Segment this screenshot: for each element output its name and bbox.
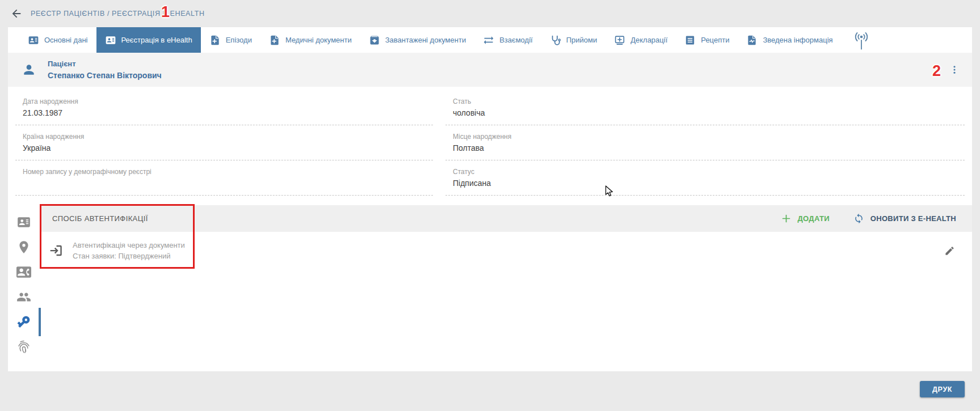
note-add-icon bbox=[269, 35, 280, 46]
tab-ehealth-registration[interactable]: Реєстрація в eHealth bbox=[96, 27, 201, 53]
auth-method-status: Стан заявки: Підтверджений bbox=[73, 252, 185, 260]
field-sex: Стать чоловіча bbox=[445, 90, 965, 125]
sidebar-item-biometrics[interactable] bbox=[8, 334, 40, 359]
refresh-icon bbox=[853, 213, 864, 224]
people-icon bbox=[16, 290, 31, 304]
plus-icon bbox=[781, 213, 792, 224]
swap-arrows-icon bbox=[483, 35, 494, 46]
sidebar-item-authentication[interactable] bbox=[8, 310, 40, 334]
field-status: Статус Підписана bbox=[445, 160, 965, 196]
field-value: 21.03.1987 bbox=[23, 108, 433, 118]
tab-bar: Основні дані Реєстрація в eHealth Епізод… bbox=[8, 27, 972, 53]
location-pin-icon bbox=[16, 240, 31, 255]
patient-role-label: Пацієнт bbox=[48, 60, 162, 68]
field-label: Статус bbox=[453, 168, 965, 176]
annotation-marker-2: 2 bbox=[932, 63, 941, 79]
sidebar-item-id-card[interactable] bbox=[8, 210, 40, 235]
tab-label: Рецепти bbox=[701, 36, 729, 44]
patient-info: Пацієнт Степанко Степан Вікторович bbox=[48, 60, 162, 80]
download-tray-icon bbox=[369, 35, 380, 46]
auth-section-header: СПОСІБ АВТЕНТИФІКАЦІЇ ДОДАТИ ОНОВИТИ З E… bbox=[40, 205, 972, 232]
annotation-marker-1: 1 bbox=[161, 5, 170, 20]
tab-uploaded-documents[interactable]: Завантажені документи bbox=[360, 27, 474, 53]
auth-section: СПОСІБ АВТЕНТИФІКАЦІЇ ДОДАТИ ОНОВИТИ З E… bbox=[8, 205, 972, 371]
breadcrumb-bar: РЕЄСТР ПАЦІЄНТІВ / РЕЄСТРАЦІЯ В EHEALTH bbox=[0, 0, 980, 27]
tab-interactions[interactable]: Взаємодії bbox=[474, 27, 541, 53]
field-label: Місце народження bbox=[453, 133, 965, 141]
tab-main-data[interactable]: Основні дані bbox=[19, 27, 96, 53]
person-icon bbox=[22, 62, 36, 77]
patient-header: Пацієнт Степанко Степан Вікторович bbox=[8, 53, 972, 87]
field-demographic-registry-number: Номер запису у демографічному реєстрі bbox=[15, 160, 433, 196]
mouse-cursor bbox=[605, 185, 615, 198]
sidebar-item-relatives[interactable] bbox=[8, 285, 40, 310]
tab-label: Декларації bbox=[630, 36, 667, 44]
tab-declarations[interactable]: Декларації bbox=[605, 27, 676, 53]
contact-phone-icon bbox=[16, 265, 31, 279]
login-icon bbox=[49, 243, 64, 258]
field-birth-place: Місце народження Полтава bbox=[445, 125, 965, 160]
field-value bbox=[23, 179, 433, 188]
back-arrow-icon[interactable] bbox=[10, 7, 23, 20]
auth-actions: ДОДАТИ ОНОВИТИ З E-HEALTH bbox=[781, 213, 956, 224]
tab-medical-documents[interactable]: Медичні документи bbox=[260, 27, 360, 53]
field-value: Підписана bbox=[453, 179, 965, 188]
field-label: Стать bbox=[453, 98, 965, 105]
edit-pencil-icon[interactable] bbox=[944, 245, 955, 256]
auth-section-title: СПОСІБ АВТЕНТИФІКАЦІЇ bbox=[52, 214, 148, 223]
tab-label: Завантажені документи bbox=[385, 36, 466, 44]
tab-label: Реєстрація в eHealth bbox=[121, 36, 192, 44]
auth-method-title: Автентифікація через документи bbox=[73, 241, 185, 249]
refresh-button-label: ОНОВИТИ З E-HEALTH bbox=[870, 214, 956, 223]
add-button-label: ДОДАТИ bbox=[798, 214, 830, 223]
tab-episodes[interactable]: Епізоди bbox=[201, 27, 260, 53]
field-value: Полтава bbox=[453, 143, 965, 153]
tab-label: Медичні документи bbox=[285, 36, 352, 44]
note-add-icon bbox=[209, 35, 221, 46]
field-value: Україна bbox=[23, 143, 433, 153]
field-value: чоловіча bbox=[453, 108, 965, 118]
tab-prescriptions[interactable]: Рецепти bbox=[676, 27, 738, 53]
contact-card-icon bbox=[28, 35, 39, 46]
field-label: Країна народження bbox=[23, 133, 433, 141]
section-sidebar bbox=[8, 205, 40, 371]
key-icon bbox=[16, 315, 31, 329]
patient-name: Степанко Степан Вікторович bbox=[48, 71, 162, 80]
tab-summary-info[interactable]: Зведена інформація bbox=[738, 27, 841, 53]
field-birth-country: Країна народження Україна bbox=[15, 125, 433, 160]
auth-method-row: Автентифікація через документи Стан заяв… bbox=[40, 232, 972, 260]
field-label: Номер запису у демографічному реєстрі bbox=[23, 168, 433, 176]
patient-details: Дата народження 21.03.1987 Стать чоловіч… bbox=[8, 87, 972, 205]
field-label: Дата народження bbox=[23, 98, 433, 105]
device-plus-icon bbox=[614, 35, 625, 46]
content-card: Основні дані Реєстрація в eHealth Епізод… bbox=[8, 27, 972, 371]
fingerprint-icon bbox=[16, 340, 31, 354]
tab-appointments[interactable]: Прийоми bbox=[541, 27, 606, 53]
tab-label: Епізоди bbox=[226, 36, 252, 44]
auth-method-info: Автентифікація через документи Стан заяв… bbox=[73, 241, 185, 260]
breadcrumb[interactable]: РЕЄСТР ПАЦІЄНТІВ / РЕЄСТРАЦІЯ В EHEALTH bbox=[31, 10, 205, 18]
app-window: РЕЄСТР ПАЦІЄНТІВ / РЕЄСТРАЦІЯ В EHEALTH … bbox=[0, 0, 980, 411]
sidebar-item-addresses[interactable] bbox=[8, 235, 40, 260]
print-button[interactable]: ДРУК bbox=[920, 381, 965, 397]
tab-label: Зведена інформація bbox=[763, 36, 832, 44]
add-button[interactable]: ДОДАТИ bbox=[781, 213, 830, 224]
tab-label: Прийоми bbox=[566, 36, 598, 44]
doc-pulse-icon bbox=[746, 35, 758, 46]
antenna-signal-icon[interactable] bbox=[853, 31, 870, 50]
tab-label: Взаємодії bbox=[499, 36, 532, 44]
stethoscope-icon bbox=[550, 35, 561, 46]
refresh-from-ehealth-button[interactable]: ОНОВИТИ З E-HEALTH bbox=[853, 213, 956, 224]
tab-label: Основні дані bbox=[44, 36, 88, 44]
contact-card-icon bbox=[105, 35, 116, 46]
kebab-menu-icon[interactable] bbox=[949, 63, 960, 76]
field-birth-date: Дата народження 21.03.1987 bbox=[15, 90, 433, 125]
auth-main: СПОСІБ АВТЕНТИФІКАЦІЇ ДОДАТИ ОНОВИТИ З E… bbox=[40, 205, 972, 371]
id-card-icon bbox=[16, 215, 31, 230]
sidebar-item-contacts[interactable] bbox=[8, 260, 40, 285]
lined-doc-icon bbox=[684, 35, 696, 46]
